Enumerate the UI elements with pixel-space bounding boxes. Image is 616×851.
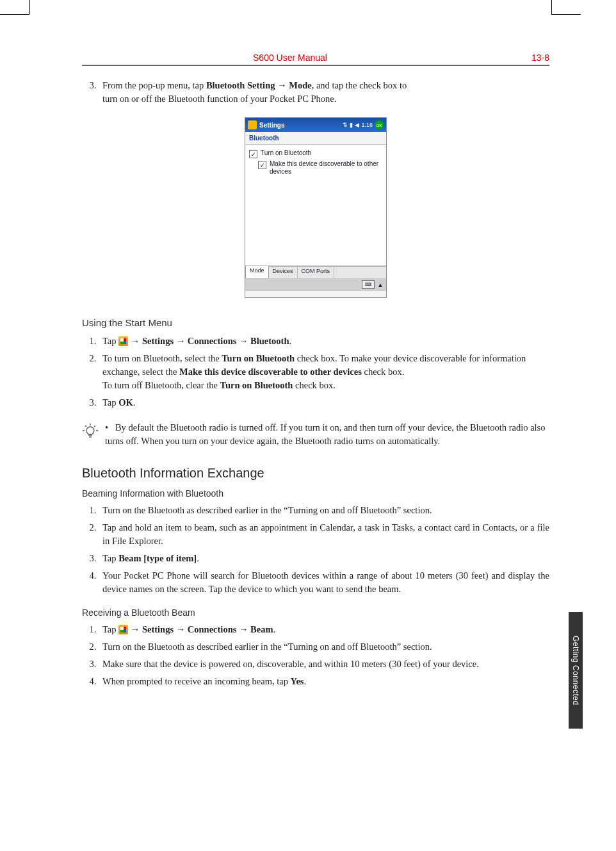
ss-subtitle: Bluetooth (245, 132, 386, 144)
recv1-bold: → Settings → Connections → Beam (128, 624, 273, 634)
recv4-bold: Yes (291, 676, 304, 686)
start-icon (118, 336, 128, 346)
discoverable-row[interactable]: ✓ Make this device discoverable to other… (258, 160, 382, 176)
side-tab-label: Getting Connected (571, 636, 580, 706)
beam-step-1: Turn on the Bluetooth as described earli… (99, 504, 549, 517)
usm2-bold2: Make this device discoverable to other d… (179, 367, 362, 377)
header-page-number: 13-8 (498, 53, 549, 63)
ss-tab-strip: Mode Devices COM Ports (245, 266, 386, 278)
recv2-text: Turn on the Bluetooth as described earli… (102, 641, 432, 652)
usm2-line2-prefix: To turn off Bluetooth, clear the (102, 380, 220, 390)
usm2-prefix: To turn on Bluetooth, select the (102, 353, 222, 363)
tip-content: • By default the Bluetooth radio is turn… (105, 421, 549, 448)
beaming-steps: Turn on the Bluetooth as described earli… (82, 504, 549, 596)
usm2-bold1: Turn on Bluetooth (222, 353, 295, 363)
header-title: S600 User Manual (82, 53, 498, 63)
recv-step-4: When prompted to receive an incoming bea… (99, 675, 549, 688)
section-side-tab: Getting Connected (569, 612, 583, 729)
recv1-prefix: Tap (102, 624, 118, 634)
usm3-prefix: Tap (102, 397, 118, 408)
ss-titlebar: Settings ⇅ ▮ ◀ 1:16 ok (245, 118, 386, 132)
keyboard-icon[interactable]: ⌨ (362, 280, 375, 289)
beam-step-4: Your Pocket PC Phone will search for Blu… (99, 569, 549, 596)
beam3-bold: Beam [type of item] (118, 553, 197, 563)
usm1-bold: → Settings → Connections → Bluetooth (128, 336, 289, 346)
tab-mode[interactable]: Mode (245, 266, 269, 278)
clock-text: 1:16 (361, 122, 373, 128)
usm3-suffix: . (133, 397, 136, 408)
receiving-steps: Tap → Settings → Connections → Beam. Tur… (82, 623, 549, 688)
usm1-prefix: Tap (102, 336, 118, 346)
usm2-line2-suffix: check box. (293, 380, 335, 390)
intro-bold: Bluetooth Setting → Mode (206, 80, 312, 90)
ss-bottom-bar: ⌨ ▲ (245, 278, 386, 291)
turn-on-bluetooth-row[interactable]: ✓ Turn on Bluetooth (249, 149, 382, 158)
usm3-bold: OK (118, 397, 133, 408)
using-start-menu-steps: Tap → Settings → Connections → Bluetooth… (82, 335, 549, 409)
recv4-prefix: When prompted to receive an incoming bea… (102, 676, 291, 686)
beam1-text: Turn on the Bluetooth as described earli… (102, 505, 432, 515)
recv-step-2: Turn on the Bluetooth as described earli… (99, 640, 549, 654)
connectivity-icon: ⇅ (343, 122, 348, 128)
recv1-suffix: . (273, 624, 276, 634)
ss-title: Settings (259, 122, 284, 129)
ss-body: ✓ Turn on Bluetooth ✓ Make this device d… (245, 144, 386, 266)
page-header: S600 User Manual 13-8 (82, 53, 549, 66)
tab-com-ports[interactable]: COM Ports (298, 267, 335, 278)
signal-icon: ▮ (350, 122, 353, 128)
ok-button[interactable]: ok (375, 120, 384, 129)
intro-step-3: From the pop-up menu, tap Bluetooth Sett… (99, 79, 549, 106)
using-start-menu-heading: Using the Start Menu (82, 317, 549, 328)
usm-step-2: To turn on Bluetooth, select the Turn on… (99, 352, 549, 392)
lightbulb-icon (82, 422, 99, 442)
beam3-suffix: . (197, 553, 199, 563)
beaming-heading: Beaming Information with Bluetooth (82, 488, 549, 499)
intro-step-list: From the pop-up menu, tap Bluetooth Sett… (82, 79, 549, 106)
beam2-text: Tap and hold an item to beam, such as an… (102, 522, 549, 546)
tip-bullet: • (105, 422, 108, 433)
usm2-line2-bold: Turn on Bluetooth (220, 380, 293, 390)
checkbox-icon[interactable]: ✓ (249, 150, 257, 158)
bluetooth-settings-screenshot: Settings ⇅ ▮ ◀ 1:16 ok Bluetooth ✓ Turn … (245, 117, 387, 298)
usm-step-1: Tap → Settings → Connections → Bluetooth… (99, 335, 549, 348)
start-menu-icon (248, 120, 257, 129)
tab-devices[interactable]: Devices (269, 267, 298, 278)
recv-step-1: Tap → Settings → Connections → Beam. (99, 623, 549, 636)
recv3-text: Make sure that the device is powered on,… (102, 659, 479, 669)
usm2-mid2: check box. (362, 367, 404, 377)
beam4-text: Your Pocket PC Phone will search for Blu… (102, 570, 549, 594)
receiving-heading: Receiving a Bluetooth Beam (82, 607, 549, 618)
discoverable-label: Make this device discoverable to other d… (270, 160, 382, 176)
beam-step-2: Tap and hold an item to beam, such as an… (99, 521, 549, 548)
turn-on-bluetooth-label: Turn on Bluetooth (261, 149, 311, 157)
intro-prefix: From the pop-up menu, tap (102, 80, 206, 90)
recv4-suffix: . (304, 676, 306, 686)
ss-status-icons: ⇅ ▮ ◀ 1:16 ok (343, 120, 384, 129)
checkbox-icon[interactable]: ✓ (258, 161, 266, 169)
start-icon (118, 625, 128, 634)
usm1-suffix: . (289, 336, 292, 346)
svg-point-0 (86, 427, 94, 434)
bt-exchange-heading: Bluetooth Information Exchange (82, 466, 549, 481)
up-arrow-icon[interactable]: ▲ (377, 281, 384, 288)
tip-block: • By default the Bluetooth radio is turn… (82, 421, 549, 448)
beam3-prefix: Tap (102, 553, 118, 563)
tip-text: By default the Bluetooth radio is turned… (105, 422, 546, 446)
volume-icon: ◀ (355, 122, 359, 128)
beam-step-3: Tap Beam [type of item]. (99, 552, 549, 565)
recv-step-3: Make sure that the device is powered on,… (99, 657, 549, 671)
page-body: S600 User Manual 13-8 From the pop-up me… (31, 14, 583, 837)
usm-step-3: Tap OK. (99, 396, 549, 409)
